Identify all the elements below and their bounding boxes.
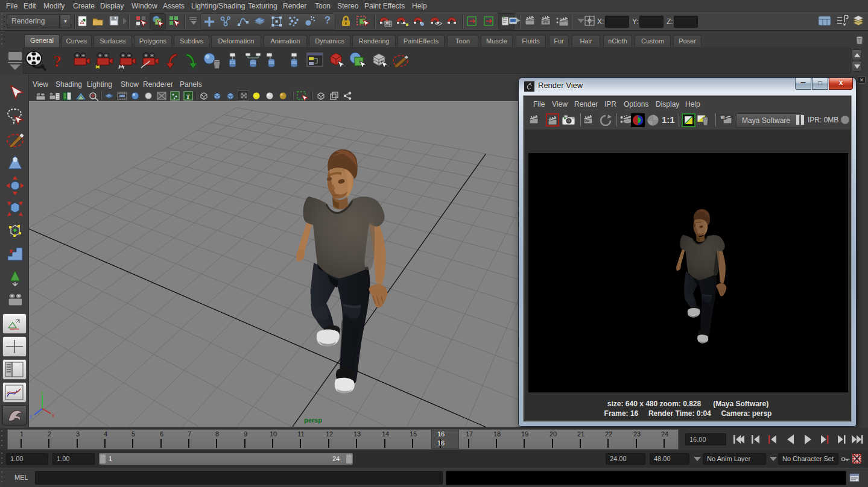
svg-text:x: x (52, 412, 55, 418)
svg-text:z: z (30, 413, 33, 419)
svg-text:IPR: IPR (543, 20, 548, 24)
svg-text:?: ? (53, 52, 62, 71)
svg-text:W: W (721, 116, 724, 119)
svg-text:IPR: IPR (584, 119, 590, 123)
svg-text:persp: persp (304, 416, 322, 424)
svg-text:y: y (41, 389, 44, 395)
svg-text:T: T (186, 93, 191, 100)
